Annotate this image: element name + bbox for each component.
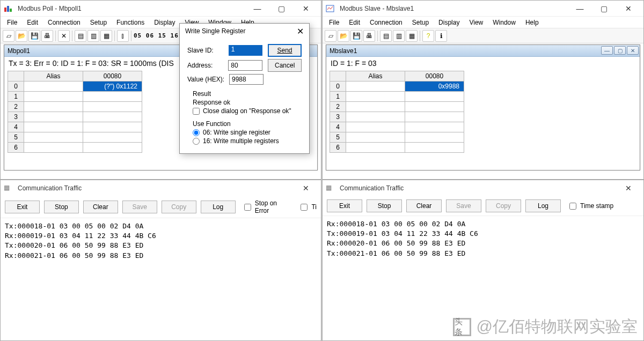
svg-rect-0 — [4, 8, 6, 12]
fn-06-radio[interactable]: 06: Write single register — [193, 129, 302, 136]
doc-title-text: Mbslave1 — [330, 47, 357, 55]
traffic-icon: ▦ — [4, 184, 12, 192]
titlebar: Modbus Slave - Mbslave1 — ▢ ✕ — [323, 1, 643, 17]
dialog-close-button[interactable]: ✕ — [297, 26, 304, 36]
log-button[interactable]: Log — [525, 199, 561, 212]
fn-16-radio[interactable]: 16: Write multiple registers — [193, 137, 302, 145]
value-label: Value (HEX): — [187, 76, 229, 83]
toolbar: ▱ 📂 💾 🖶 ▤ ▥ ▦ ? ℹ — [323, 28, 643, 43]
svg-rect-2 — [10, 9, 12, 12]
cancel-button[interactable]: Cancel — [268, 59, 302, 72]
traffic-log[interactable]: Tx:000018-01 03 00 05 00 02 D4 0A Rx:000… — [1, 218, 321, 264]
timestamp-check-cut[interactable]: Ti — [298, 202, 317, 212]
stop-on-error-check[interactable]: Stop on Error — [242, 199, 292, 214]
menu-functions[interactable]: Functions — [112, 18, 149, 27]
exit-button[interactable]: Exit — [5, 201, 40, 213]
menu-view[interactable]: View — [465, 18, 487, 27]
maximize-button[interactable]: ▢ — [269, 1, 294, 16]
cell-0[interactable]: 0x9988 — [405, 81, 464, 92]
traffic-close-button[interactable]: ✕ — [294, 181, 318, 196]
poll-traffic-window: ▦ Communication Traffic ✕ Exit Stop Clea… — [0, 180, 321, 341]
menu-help[interactable]: Help — [521, 18, 543, 27]
svg-rect-1 — [7, 6, 9, 12]
traffic-icon: ▦ — [326, 184, 334, 192]
mdi-minimize-button[interactable]: — — [601, 46, 613, 55]
log-button[interactable]: Log — [201, 201, 236, 213]
register-grid[interactable]: Alias00080 00x9988 1 2 3 4 5 6 — [330, 71, 464, 153]
traffic-buttons: Exit Stop Clear Save Copy Log Stop on Er… — [1, 196, 321, 218]
doc-title-text: Mbpoll1 — [8, 47, 30, 55]
new-icon[interactable]: ▱ — [3, 30, 14, 42]
tool-1-icon[interactable]: ▤ — [380, 30, 392, 42]
tool-2-icon[interactable]: ▥ — [393, 30, 405, 42]
mdi-maximize-button[interactable]: ▢ — [614, 46, 626, 55]
timestamp-check[interactable]: Time stamp — [567, 201, 613, 211]
menu-file[interactable]: File — [3, 18, 21, 27]
menu-setup[interactable]: Setup — [86, 18, 111, 27]
exit-button[interactable]: Exit — [327, 199, 362, 212]
menu-display[interactable]: Display — [150, 18, 179, 27]
cut-icon[interactable]: ✕ — [58, 30, 70, 42]
titlebar: Modbus Poll - Mbpoll1 — ▢ ✕ — [1, 1, 321, 17]
col-value: 00080 — [405, 71, 464, 81]
save-button[interactable]: Save — [122, 201, 157, 213]
menu-display[interactable]: Display — [434, 18, 464, 27]
maximize-button[interactable]: ▢ — [592, 1, 616, 16]
clear-button[interactable]: Clear — [406, 199, 442, 212]
copy-button[interactable]: Copy — [486, 199, 521, 212]
copy-button[interactable]: Copy — [162, 201, 196, 213]
menu-file[interactable]: File — [325, 18, 343, 27]
result-text: Response ok — [193, 99, 302, 106]
clear-button[interactable]: Clear — [83, 201, 118, 213]
menu-connection[interactable]: Connection — [365, 18, 407, 27]
traffic-close-button[interactable]: ✕ — [616, 181, 640, 196]
pulse-icon[interactable]: ⫿ — [117, 30, 129, 42]
slave-id-label: Slave ID: — [187, 47, 229, 54]
close-button[interactable]: ✕ — [294, 1, 318, 16]
new-icon[interactable]: ▱ — [325, 30, 336, 42]
tool-3-icon[interactable]: ▦ — [406, 30, 418, 42]
open-icon[interactable]: 📂 — [338, 30, 349, 42]
register-grid[interactable]: Alias00080 0(?") 0x1122 1 2 3 4 5 6 — [8, 71, 142, 153]
address-label: Address: — [187, 62, 228, 69]
slave-id-input[interactable]: 1 — [229, 45, 262, 56]
menu-window[interactable]: Window — [488, 18, 520, 27]
write-single-register-dialog: Write Single Register ✕ Slave ID: 1 Send… — [179, 23, 310, 154]
close-on-response-check[interactable]: Close dialog on "Response ok" — [193, 107, 302, 115]
menu-connection[interactable]: Connection — [43, 18, 85, 27]
print-icon[interactable]: 🖶 — [41, 30, 53, 42]
mdi-close-button[interactable]: ✕ — [627, 46, 639, 55]
slave-traffic-window: ▦ Communication Traffic ✕ Exit Stop Clea… — [322, 180, 644, 341]
traffic-log[interactable]: Rx:000018-01 03 00 05 00 02 D4 0A Tx:000… — [323, 216, 643, 262]
help-icon[interactable]: ? — [422, 30, 434, 42]
modbus-slave-window: Modbus Slave - Mbslave1 — ▢ ✕ File Edit … — [322, 0, 644, 180]
close-button[interactable]: ✕ — [616, 1, 640, 16]
value-input[interactable] — [229, 74, 264, 85]
send-button[interactable]: Send — [268, 44, 302, 57]
address-input[interactable] — [228, 60, 262, 71]
menu-setup[interactable]: Setup — [408, 18, 433, 27]
about-icon[interactable]: ℹ — [435, 30, 447, 42]
tool-2-icon[interactable]: ▥ — [87, 30, 99, 42]
stop-button[interactable]: Stop — [44, 201, 79, 213]
print-icon[interactable]: 🖶 — [363, 30, 375, 42]
col-alias: Alias — [346, 71, 405, 81]
tool-3-icon[interactable]: ▦ — [100, 30, 112, 42]
save-icon[interactable]: 💾 — [28, 30, 40, 42]
menu-edit[interactable]: Edit — [23, 18, 42, 27]
traffic-title: Communication Traffic — [338, 184, 616, 192]
app-icon — [4, 4, 12, 13]
traffic-buttons: Exit Stop Clear Save Copy Log Time stamp — [323, 196, 643, 216]
minimize-button[interactable]: — — [245, 1, 269, 16]
save-button[interactable]: Save — [446, 199, 481, 212]
menu-edit[interactable]: Edit — [345, 18, 364, 27]
save-icon[interactable]: 💾 — [350, 30, 362, 42]
cell-0[interactable]: (?") 0x1122 — [83, 81, 142, 92]
title-text: Modbus Slave - Mbslave1 — [338, 5, 568, 12]
tool-1-icon[interactable]: ▤ — [75, 30, 86, 42]
stop-button[interactable]: Stop — [367, 199, 402, 212]
open-icon[interactable]: 📂 — [16, 30, 27, 42]
fcode-buttons[interactable]: 05 06 15 16 — [134, 32, 179, 39]
traffic-title: Communication Traffic — [16, 184, 294, 192]
minimize-button[interactable]: — — [568, 1, 592, 16]
